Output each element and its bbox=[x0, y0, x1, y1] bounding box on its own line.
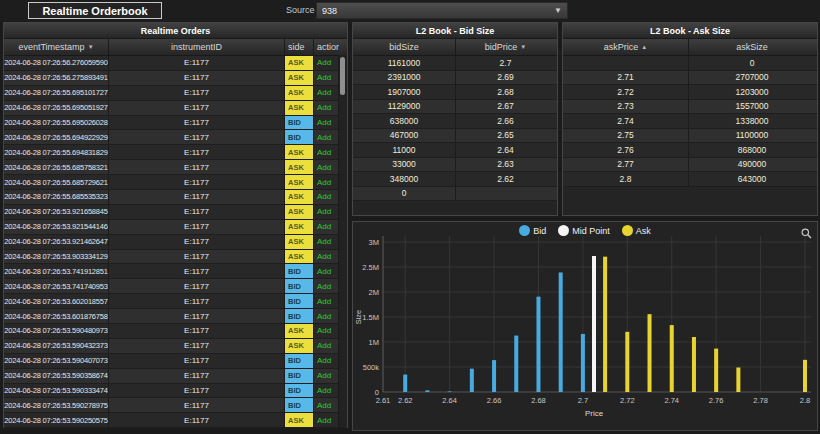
side-badge: ASK bbox=[285, 205, 314, 219]
table-row[interactable]: 2024-06-28 07:26:53.590250575E:1177ASKAd… bbox=[4, 413, 347, 428]
table-row[interactable]: 6380002.66 bbox=[353, 114, 557, 129]
legend-swatch-icon bbox=[622, 225, 633, 236]
cell-askSize: 2707000 bbox=[689, 71, 815, 85]
legend-item-bid[interactable]: Bid bbox=[519, 225, 546, 236]
table-row[interactable]: 330002.63 bbox=[353, 158, 557, 173]
table-row[interactable]: 2.77490000 bbox=[563, 158, 817, 173]
table-row[interactable]: 2024-06-28 07:26:55.685729621E:1177ASKAd… bbox=[4, 175, 347, 190]
table-row[interactable]: 19070002.68 bbox=[353, 85, 557, 100]
table-row[interactable]: 2.741338000 bbox=[563, 114, 817, 129]
order-timestamp: 2024-06-28 07:26:56.275893491 bbox=[4, 71, 109, 85]
column-label: eventTimestamp bbox=[18, 42, 84, 52]
table-row[interactable]: 2.76868000 bbox=[563, 143, 817, 158]
table-row[interactable]: 2024-06-28 07:26:55.695051927E:1177ASKAd… bbox=[4, 101, 347, 116]
table-row[interactable]: 2024-06-28 07:26:53.590432373E:1177ASKAd… bbox=[4, 339, 347, 354]
order-instrument: E:1177 bbox=[109, 250, 285, 264]
table-row[interactable]: 2.721203000 bbox=[563, 85, 817, 100]
cell-bidPrice: 2.7 bbox=[456, 56, 555, 70]
column-label: bidSize bbox=[389, 42, 419, 52]
side-badge: ASK bbox=[285, 56, 314, 70]
table-row[interactable]: 2024-06-28 07:26:53.741740953E:1177BIDAd… bbox=[4, 279, 347, 294]
table-row[interactable]: 110002.64 bbox=[353, 143, 557, 158]
cell-askSize: 1338000 bbox=[689, 114, 815, 128]
table-row[interactable]: 2024-06-28 07:26:53.602018557E:1177BIDAd… bbox=[4, 294, 347, 309]
table-row[interactable]: 2024-06-28 07:26:53.903334129E:1177ASKAd… bbox=[4, 250, 347, 265]
cell-bidPrice: 2.64 bbox=[456, 143, 555, 157]
order-instrument: E:1177 bbox=[109, 205, 285, 219]
table-row[interactable]: 2024-06-28 07:26:53.921462647E:1177ASKAd… bbox=[4, 235, 347, 250]
magnifier-icon[interactable] bbox=[801, 225, 812, 243]
svg-text:2.62: 2.62 bbox=[398, 396, 413, 405]
depth-chart: 0500k1M1.5M2M2.5M3M2.612.622.642.662.682… bbox=[353, 222, 817, 430]
order-instrument: E:1177 bbox=[109, 101, 285, 115]
table-row[interactable]: 2024-06-28 07:26:53.590278975E:1177BIDAd… bbox=[4, 398, 347, 413]
order-instrument: E:1177 bbox=[109, 279, 285, 293]
table-row[interactable]: 2024-06-28 07:26:55.685535323E:1177ASKAd… bbox=[4, 190, 347, 205]
svg-text:2.74: 2.74 bbox=[664, 396, 679, 405]
table-row[interactable]: 2024-06-28 07:26:55.694831829E:1177ASKAd… bbox=[4, 145, 347, 160]
cell-askPrice: 2.71 bbox=[563, 71, 689, 85]
column-header-bidPrice[interactable]: bidPrice▼ bbox=[456, 39, 555, 55]
table-row[interactable]: 0 bbox=[353, 187, 557, 202]
table-row[interactable]: 0 bbox=[563, 56, 817, 71]
order-timestamp: 2024-06-28 07:26:53.602018557 bbox=[4, 294, 109, 308]
table-row[interactable]: 2024-06-28 07:26:56.276059590E:1177ASKAd… bbox=[4, 56, 347, 71]
svg-text:2M: 2M bbox=[369, 288, 379, 297]
table-row[interactable]: 2024-06-28 07:26:55.695101727E:1177ASKAd… bbox=[4, 86, 347, 101]
order-timestamp: 2024-06-28 07:26:53.741912851 bbox=[4, 264, 109, 278]
order-action: Add bbox=[314, 309, 339, 323]
table-row[interactable]: 2024-06-28 07:26:53.590333474E:1177BIDAd… bbox=[4, 384, 347, 399]
order-timestamp: 2024-06-28 07:26:53.590358674 bbox=[4, 369, 109, 383]
table-row[interactable]: 2024-06-28 07:26:53.741912851E:1177BIDAd… bbox=[4, 264, 347, 279]
cell-bidPrice: 2.68 bbox=[456, 85, 555, 99]
table-row[interactable]: 2024-06-28 07:26:53.590358674E:1177BIDAd… bbox=[4, 369, 347, 384]
column-header-askPrice[interactable]: askPrice▲ bbox=[563, 39, 689, 55]
table-row[interactable]: 2024-06-28 07:26:53.921544146E:1177ASKAd… bbox=[4, 220, 347, 235]
cell-askPrice: 2.74 bbox=[563, 114, 689, 128]
column-header-eventTimestamp[interactable]: eventTimestamp▼ bbox=[4, 39, 109, 55]
bid_book-rows: 11610002.723910002.6919070002.6811290002… bbox=[353, 56, 557, 201]
scrollbar-thumb[interactable] bbox=[340, 57, 345, 95]
table-row[interactable]: 2024-06-28 07:26:53.601876758E:1177BIDAd… bbox=[4, 309, 347, 324]
column-header-instrumentID[interactable]: instrumentID bbox=[109, 39, 285, 55]
table-row[interactable]: 2024-06-28 07:26:53.590407073E:1177BIDAd… bbox=[4, 354, 347, 369]
table-row[interactable]: 11290002.67 bbox=[353, 100, 557, 115]
table-row[interactable]: 2024-06-28 07:26:53.590480973E:1177ASKAd… bbox=[4, 324, 347, 339]
order-action: Add bbox=[314, 369, 339, 383]
table-row[interactable]: 2.8643000 bbox=[563, 172, 817, 187]
table-row[interactable]: 2.712707000 bbox=[563, 71, 817, 86]
order-action: Add bbox=[314, 339, 339, 353]
orders-scrollbar[interactable] bbox=[338, 55, 347, 427]
table-row[interactable]: 23910002.69 bbox=[353, 71, 557, 86]
table-row[interactable]: 2024-06-28 07:26:53.921658845E:1177ASKAd… bbox=[4, 205, 347, 220]
order-timestamp: 2024-06-28 07:26:55.685729621 bbox=[4, 175, 109, 189]
view-tab-realtime-orderbook[interactable]: Realtime Orderbook bbox=[28, 2, 162, 19]
order-instrument: E:1177 bbox=[109, 264, 285, 278]
table-row[interactable]: 2024-06-28 07:26:56.275893491E:1177ASKAd… bbox=[4, 71, 347, 86]
table-row[interactable]: 2.731557000 bbox=[563, 100, 817, 115]
table-row[interactable]: 2024-06-28 07:26:55.685758321E:1177ASKAd… bbox=[4, 160, 347, 175]
cell-bidPrice: 2.66 bbox=[456, 114, 555, 128]
order-action: Add bbox=[314, 190, 339, 204]
cell-askSize: 1557000 bbox=[689, 100, 815, 114]
legend-item-mid-point[interactable]: Mid Point bbox=[558, 225, 610, 236]
order-action: Add bbox=[314, 101, 339, 115]
legend-item-ask[interactable]: Ask bbox=[622, 225, 651, 236]
svg-text:1M: 1M bbox=[369, 338, 379, 347]
column-header-askSize[interactable]: askSize bbox=[689, 39, 815, 55]
source-select[interactable]: 938 ▼ bbox=[316, 2, 568, 19]
ask-panel-title: L2 Book - Ask Size bbox=[563, 23, 817, 39]
column-header-action[interactable]: action bbox=[314, 39, 339, 55]
table-row[interactable]: 2.751100000 bbox=[563, 129, 817, 144]
side-badge: BID bbox=[285, 354, 314, 368]
table-row[interactable]: 4670002.65 bbox=[353, 129, 557, 144]
order-instrument: E:1177 bbox=[109, 339, 285, 353]
table-row[interactable]: 11610002.7 bbox=[353, 56, 557, 71]
table-row[interactable]: 2024-06-28 07:26:55.694922929E:1177BIDAd… bbox=[4, 130, 347, 145]
column-header-side[interactable]: side bbox=[285, 39, 314, 55]
table-row[interactable]: 3480002.62 bbox=[353, 172, 557, 187]
table-row[interactable]: 2024-06-28 07:26:55.695026028E:1177BIDAd… bbox=[4, 116, 347, 131]
column-header-bidSize[interactable]: bidSize bbox=[353, 39, 456, 55]
order-timestamp: 2024-06-28 07:26:53.921462647 bbox=[4, 235, 109, 249]
cell-askPrice: 2.76 bbox=[563, 143, 689, 157]
